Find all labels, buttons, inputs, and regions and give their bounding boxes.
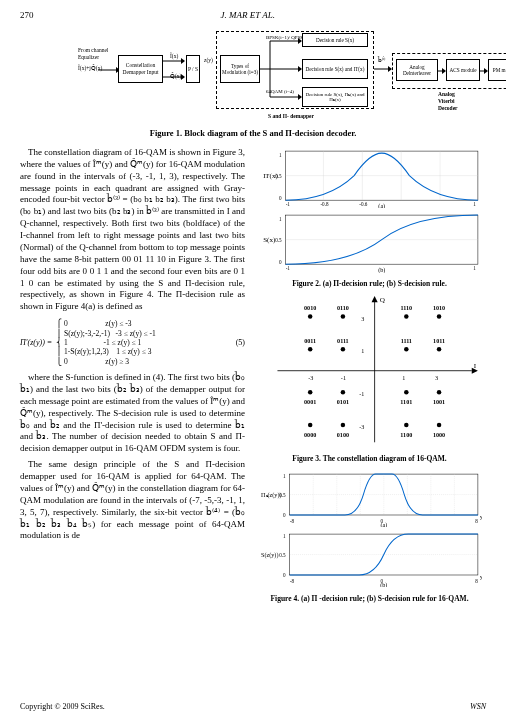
analog-deint-block: Analog Delnterleaver [396, 59, 438, 81]
svg-text:0: 0 [279, 195, 282, 201]
figure-1-caption: Figure 1. Block diagram of the S and Π-d… [78, 128, 428, 139]
s-pi-demapper-label: S and Π- demapper [268, 113, 314, 120]
svg-point-68 [341, 347, 345, 351]
svg-text:(b): (b) [378, 268, 385, 273]
svg-point-58 [308, 315, 312, 319]
svg-point-64 [437, 315, 441, 319]
svg-point-82 [308, 423, 312, 427]
split-lines-icon [260, 37, 304, 101]
arrows-viterbi-icon [438, 67, 506, 75]
svg-text:0.5: 0.5 [275, 173, 282, 179]
svg-text:1: 1 [473, 201, 476, 207]
svg-text:(a): (a) [380, 522, 387, 527]
svg-text:0111: 0111 [337, 339, 349, 345]
footer-copyright: Copyright © 2009 SciRes. [20, 702, 105, 712]
svg-text:-0.6: -0.6 [359, 201, 368, 207]
figure-4: Π₁(z(y)) 1 0.5 0 -8 0 8 y (a) S(z(y [257, 470, 482, 603]
svg-point-76 [341, 390, 345, 394]
decision-s-block: Decision rule S(x) [302, 33, 368, 47]
svg-text:1101: 1101 [400, 400, 412, 406]
svg-text:1011: 1011 [433, 339, 445, 345]
viterbi-label: Analog Viterbi Decoder [438, 91, 458, 112]
svg-point-62 [404, 315, 408, 319]
svg-marker-19 [484, 68, 488, 74]
svg-text:3: 3 [435, 375, 438, 381]
arrows-iq-icon [163, 57, 185, 81]
left-column: The constellation diagram of 16-QAM is s… [20, 147, 245, 609]
decision-pi1-block: Decision rule S(x) and Π'(x) [302, 59, 368, 79]
svg-text:0: 0 [283, 572, 286, 578]
svg-text:0.5: 0.5 [275, 237, 282, 243]
svg-point-78 [404, 390, 408, 394]
svg-point-72 [437, 347, 441, 351]
svg-text:0: 0 [283, 512, 286, 518]
svg-marker-5 [181, 74, 185, 80]
figure-3-caption: Figure 3. The constellation diagram of 1… [257, 454, 482, 463]
eq5-number: (5) [236, 338, 245, 348]
arrow-bhat-icon [374, 65, 392, 73]
svg-point-70 [404, 347, 408, 351]
svg-marker-11 [298, 66, 302, 72]
svg-text:1: 1 [402, 375, 405, 381]
figure-2a-plot: Π'(x) -1-0.8-0.6 1 10.50 (a) [257, 147, 482, 208]
types-block: Types of Modulation (i=3) [220, 55, 260, 83]
svg-marker-13 [298, 94, 302, 100]
figure-3: Q I -3-113 31 -1-3 0010 0110 1110 1010 0… [257, 294, 482, 463]
svg-text:0: 0 [279, 260, 282, 266]
svg-text:1001: 1001 [433, 400, 445, 406]
svg-text:1100: 1100 [400, 433, 412, 439]
svg-text:0.5: 0.5 [279, 552, 286, 558]
svg-marker-9 [298, 38, 302, 44]
svg-text:1111: 1111 [401, 339, 412, 345]
decision-pi2-block: Decision rule S(x), Π₁(x) and Π₂(x) [302, 87, 368, 107]
svg-text:0000: 0000 [304, 433, 316, 439]
page-footer: Copyright © 2009 SciRes. WSN [20, 702, 486, 712]
svg-text:0100: 0100 [337, 433, 349, 439]
svg-text:(a): (a) [378, 203, 385, 208]
ps-block: P / S [186, 55, 200, 83]
paragraph-2: where the S-function is defined in (4). … [20, 372, 245, 455]
svg-text:3: 3 [361, 316, 364, 322]
svg-text:1110: 1110 [401, 306, 413, 312]
constellation-block: Constellation Demapper Input [118, 55, 163, 83]
authors: J. MAR ET AL. [221, 10, 275, 21]
svg-marker-3 [181, 58, 185, 64]
svg-point-60 [341, 315, 345, 319]
svg-text:0101: 0101 [337, 400, 349, 406]
svg-point-74 [308, 390, 312, 394]
svg-marker-17 [442, 68, 446, 74]
svg-text:0001: 0001 [304, 400, 316, 406]
svg-text:-3: -3 [359, 424, 364, 430]
svg-text:1010: 1010 [433, 306, 445, 312]
page-number: 270 [20, 10, 34, 21]
figure-2b-plot: S(x) -11 10.50 (b) [257, 211, 482, 272]
s-label: S(x) [263, 236, 276, 244]
svg-point-84 [341, 423, 345, 427]
right-column: Π'(x) -1-0.8-0.6 1 10.50 (a) S(x) -11 10… [257, 147, 482, 609]
svg-text:y: y [480, 574, 482, 580]
svg-point-66 [308, 347, 312, 351]
bhat-label: b̂⁽ⁱ⁾ [378, 57, 385, 64]
figure-4a-plot: Π₁(z(y)) 1 0.5 0 -8 0 8 y (a) [257, 470, 482, 527]
svg-text:0010: 0010 [304, 306, 316, 312]
svg-text:0011: 0011 [304, 339, 316, 345]
svg-text:S(z(y)): S(z(y)) [261, 552, 278, 559]
footer-journal: WSN [470, 702, 486, 712]
two-column-body: The constellation diagram of 16-QAM is s… [20, 147, 486, 609]
svg-text:8: 8 [475, 578, 478, 584]
figure-4-caption: Figure 4. (a) Π -decision rule; (b) S-de… [257, 594, 482, 603]
svg-text:Q: Q [380, 297, 386, 305]
figure-2-caption: Figure 2. (a) Π-decision rule; (b) S-dec… [257, 279, 482, 288]
svg-text:-1: -1 [341, 375, 346, 381]
eq5-lhs: Π'(z(y)) = [20, 338, 52, 348]
eq5-cases: ⎧ 0 z(y) ≤ -3 ⎪ S(z(y);-3,-2,-1) -3 ≤ z(… [56, 319, 156, 366]
svg-text:1: 1 [283, 473, 286, 479]
svg-text:-1: -1 [359, 392, 364, 398]
svg-text:(b): (b) [380, 582, 387, 587]
svg-text:1000: 1000 [433, 433, 445, 439]
svg-text:-0.8: -0.8 [320, 201, 329, 207]
svg-text:-1: -1 [286, 266, 291, 272]
svg-point-80 [437, 390, 441, 394]
paragraph-1: The constellation diagram of 16-QAM is s… [20, 147, 245, 313]
svg-text:8: 8 [475, 518, 478, 524]
